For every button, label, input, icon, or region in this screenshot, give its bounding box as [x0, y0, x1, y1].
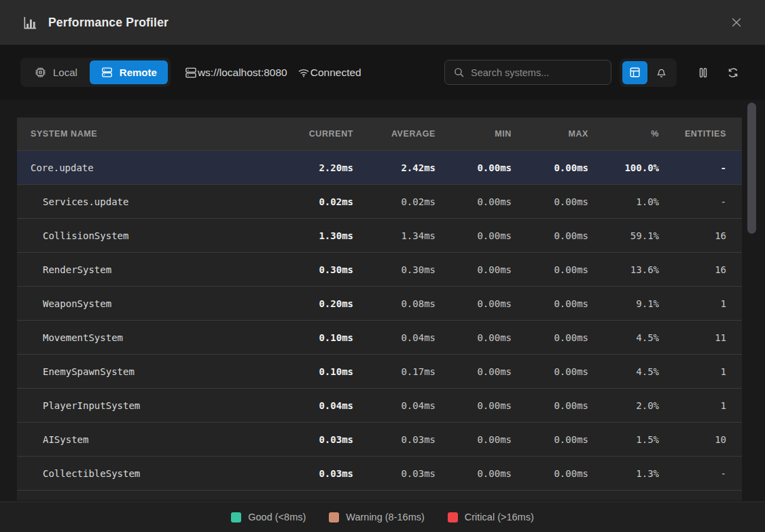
cell-percent: 1.3% [604, 468, 675, 479]
table-row[interactable]: Core.update 2.20ms 2.42ms 0.00ms 0.00ms … [17, 150, 742, 184]
table-layout-icon [628, 66, 641, 79]
page-title: Performance Profiler [48, 16, 168, 30]
cell-system-name: Services.update [17, 196, 287, 207]
cell-current: 0.10ms [287, 366, 369, 377]
cell-system-name: Core.update [17, 162, 287, 173]
cell-entities: - [675, 196, 742, 207]
cell-average: 0.03ms [369, 434, 451, 445]
cell-current: 0.03ms [287, 468, 369, 479]
table-row[interactable]: MovementSystem 0.10ms 0.04ms 0.00ms 0.00… [17, 320, 742, 354]
cell-min: 0.00ms [451, 434, 527, 445]
column-header: AVERAGE [369, 129, 451, 139]
legend-item: Critical (>16ms) [448, 512, 534, 522]
cell-percent: 59.1% [604, 230, 675, 241]
cell-current: 0.30ms [287, 264, 369, 275]
table-view-button[interactable] [622, 61, 647, 84]
legend-label: Critical (>16ms) [465, 512, 534, 522]
cell-average: 0.17ms [369, 366, 451, 377]
cell-max: 0.00ms [527, 298, 604, 309]
cell-current: 0.02ms [287, 196, 369, 207]
bar-chart-icon [22, 15, 37, 31]
cell-average: 0.04ms [369, 332, 451, 343]
column-header: CURRENT [287, 129, 369, 139]
table-row[interactable]: RenderSystem 0.30ms 0.30ms 0.00ms 0.00ms… [17, 252, 742, 286]
column-header: MAX [527, 129, 604, 139]
column-header: MIN [451, 129, 527, 139]
cell-min: 0.00ms [451, 196, 527, 207]
table-row-partial [17, 490, 742, 501]
cell-entities: 1 [675, 298, 742, 309]
table-row[interactable]: AISystem 0.03ms 0.03ms 0.00ms 0.00ms 1.5… [17, 422, 742, 456]
column-header: ENTITIES [675, 129, 742, 139]
remote-tab-label: Remote [120, 67, 157, 78]
cell-percent: 1.0% [604, 196, 675, 207]
cell-entities: - [675, 162, 742, 173]
column-header: % [604, 129, 675, 139]
view-toggle-group [620, 58, 677, 87]
close-icon [730, 16, 743, 29]
table-row[interactable]: CollectibleSystem 0.03ms 0.03ms 0.00ms 0… [17, 456, 742, 490]
cell-max: 0.00ms [527, 264, 604, 275]
cell-entities: 16 [675, 230, 742, 241]
wifi-icon [297, 66, 310, 79]
pause-button[interactable] [692, 61, 715, 84]
search-input[interactable] [471, 67, 603, 78]
search-icon [453, 67, 465, 78]
cell-percent: 4.5% [604, 366, 675, 377]
legend-swatch [329, 512, 339, 522]
alerts-button[interactable] [649, 61, 674, 84]
legend-label: Good (<8ms) [248, 512, 306, 522]
cell-entities: - [675, 468, 742, 479]
server-icon [184, 66, 198, 79]
cell-system-name: AISystem [17, 434, 287, 445]
close-button[interactable] [730, 16, 743, 29]
table-row[interactable]: WeaponSystem 0.20ms 0.08ms 0.00ms 0.00ms… [17, 286, 742, 320]
legend-item: Warning (8-16ms) [329, 512, 425, 522]
remote-tab-button[interactable]: Remote [90, 60, 168, 84]
cell-current: 2.20ms [287, 162, 369, 173]
cell-entities: 16 [675, 264, 742, 275]
vertical-scrollbar-thumb[interactable] [747, 103, 756, 234]
table-row[interactable]: Services.update 0.02ms 0.02ms 0.00ms 0.0… [17, 184, 742, 218]
table-row[interactable]: CollisionSystem 1.30ms 1.34ms 0.00ms 0.0… [17, 218, 742, 252]
cell-percent: 13.6% [604, 264, 675, 275]
local-tab-button[interactable]: Local [23, 60, 88, 84]
legend-footer: Good (<8ms)Warning (8-16ms)Critical (>16… [0, 501, 765, 532]
legend-swatch [448, 512, 458, 522]
cell-average: 1.34ms [369, 230, 451, 241]
cell-percent: 9.1% [604, 298, 675, 309]
connection-url-text: ws://localhost:8080 [198, 67, 287, 79]
table-row[interactable]: EnemySpawnSystem 0.10ms 0.17ms 0.00ms 0.… [17, 354, 742, 388]
cell-min: 0.00ms [451, 230, 527, 241]
toolbar: Local Remote [0, 45, 765, 100]
cell-average: 2.42ms [369, 162, 451, 173]
cell-current: 0.04ms [287, 400, 369, 411]
titlebar: Performance Profiler [0, 0, 765, 45]
cell-min: 0.00ms [451, 332, 527, 343]
cell-max: 0.00ms [527, 434, 604, 445]
legend-label: Warning (8-16ms) [346, 512, 425, 522]
server-icon [101, 66, 113, 79]
table-header-row: SYSTEM NAMECURRENTAVERAGEMINMAX%ENTITIES [17, 118, 742, 150]
connection-status-text: Connected [310, 67, 361, 79]
refresh-button[interactable] [722, 61, 745, 84]
cell-percent: 100.0% [604, 162, 675, 173]
cell-min: 0.00ms [451, 298, 527, 309]
cell-system-name: CollectibleSystem [17, 468, 287, 479]
cell-max: 0.00ms [527, 400, 604, 411]
cell-system-name: PlayerInputSystem [17, 400, 287, 411]
refresh-icon [726, 66, 740, 79]
cell-current: 0.20ms [287, 298, 369, 309]
cell-system-name: EnemySpawnSystem [17, 366, 287, 377]
cell-average: 0.30ms [369, 264, 451, 275]
cell-average: 0.03ms [369, 468, 451, 479]
connection-status: Connected [297, 66, 361, 79]
cell-percent: 2.0% [604, 400, 675, 411]
cell-system-name: CollisionSystem [17, 230, 287, 241]
cpu-icon [34, 66, 47, 79]
cell-max: 0.00ms [527, 196, 604, 207]
cell-entities: 11 [675, 332, 742, 343]
performance-profiler-window: Performance Profiler Local [0, 0, 765, 532]
table-row[interactable]: PlayerInputSystem 0.04ms 0.04ms 0.00ms 0… [17, 388, 742, 422]
cell-entities: 10 [675, 434, 742, 445]
